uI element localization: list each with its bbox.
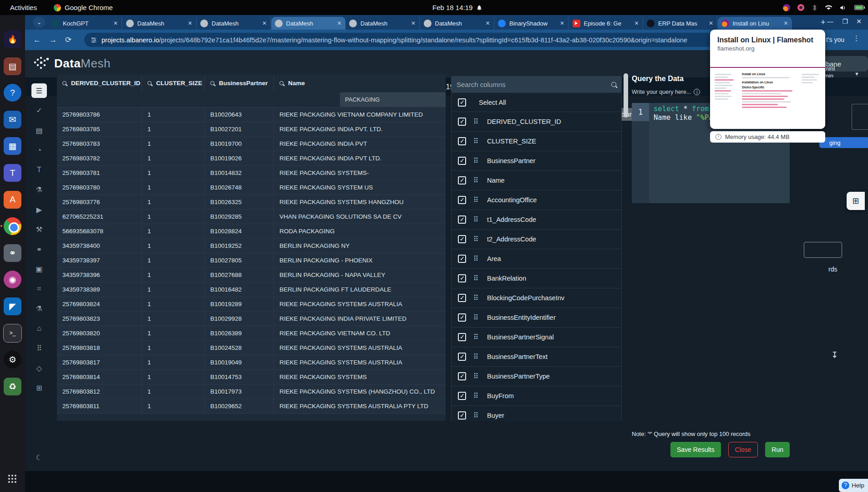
column-item-DERIVED_CLUSTER_ID[interactable]: ⠿DERIVED_CLUSTER_ID — [451, 112, 622, 132]
table-row[interactable]: 257698037821B10019026RIEKE PACKAGING IND… — [57, 151, 446, 166]
browser-tab-2[interactable]: DataMesh✕ — [122, 17, 197, 30]
profile-chip[interactable]: t's you — [826, 36, 844, 43]
stage-chip-fragment[interactable]: ging — [819, 137, 868, 148]
sidebar-users-icon[interactable]: ⚭ — [31, 242, 47, 256]
table-row[interactable]: 343597384001B10019252BERLIN PACKAGING NY — [57, 239, 446, 253]
sidebar-id-badge-icon[interactable]: ▣ — [31, 262, 47, 277]
checkbox-checked[interactable] — [458, 118, 466, 126]
browser-tab-9[interactable]: ERP Data Mas✕ — [643, 17, 717, 30]
checkbox-checked[interactable] — [458, 235, 466, 243]
checkbox-checked[interactable] — [458, 353, 466, 361]
table-row[interactable]: 257698038141B10014753RIEKE PACKAGING SYS… — [57, 370, 446, 384]
sidebar-catalog-book-icon[interactable]: ▤ — [31, 123, 47, 138]
checkbox-checked[interactable] — [458, 372, 466, 380]
drag-handle-icon[interactable]: ⠿ — [473, 313, 481, 322]
checkbox-checked[interactable] — [458, 274, 466, 282]
checkbox-checked[interactable] — [458, 157, 466, 165]
table-row[interactable]: 343597383891B10016482BERLIN PACKAGING FT… — [57, 282, 446, 297]
column-header-BusinessPartner[interactable]: BusinessPartner — [205, 75, 274, 91]
browser-tab-1[interactable]: KochGPT✕ — [48, 17, 122, 30]
drag-handle-icon[interactable]: ⠿ — [473, 411, 481, 420]
browser-tab-10[interactable]: Install on Linu✕ — [718, 17, 792, 30]
dock-item-teams-app[interactable]: T — [4, 164, 21, 182]
tab-close-icon[interactable]: ✕ — [262, 20, 267, 26]
tab-close-icon[interactable]: ✕ — [783, 20, 788, 26]
drag-handle-icon[interactable]: ⠿ — [473, 235, 481, 243]
browser-tab-4[interactable]: DataMesh✕ — [271, 17, 345, 30]
reload-button[interactable]: ⟳ — [65, 35, 71, 45]
checkbox-checked[interactable] — [458, 215, 466, 224]
search-columns-input[interactable]: Search columns — [451, 76, 622, 92]
table-row[interactable]: 257698037851B10027201RIEKE PACKAGING IND… — [57, 122, 446, 137]
close-button[interactable]: Close — [728, 442, 758, 457]
table-row[interactable]: 257698038181B10024528RIEKE PACKAGING SYS… — [57, 341, 446, 355]
tab-close-icon[interactable]: ✕ — [113, 20, 118, 26]
sidebar-quality-diamond-icon[interactable]: ◇ — [31, 361, 47, 375]
table-row[interactable]: 257698038241B10019289RIEKE PACKAGING SYS… — [57, 297, 446, 312]
sidebar-build-tools-icon[interactable]: ⚒ — [31, 222, 47, 237]
sidebar-pie-chart-icon[interactable]: ◔ — [31, 143, 47, 158]
column-item-BusinessPartnerType[interactable]: ⠿BusinessPartnerType — [451, 367, 622, 386]
sidebar-experiments-icon[interactable]: ⚗ — [31, 302, 47, 316]
dock-item-mail-app[interactable]: ✉ — [4, 111, 21, 128]
column-item-BuyFrom[interactable]: ⠿BuyFrom — [451, 386, 622, 406]
checkbox-checked[interactable] — [458, 333, 466, 341]
table-row[interactable]: 257698037801B10026748RIEKE PACKAGING SYS… — [57, 180, 446, 195]
checkbox-checked[interactable] — [458, 411, 466, 420]
drag-handle-icon[interactable]: ⠿ — [473, 372, 481, 380]
browser-tab-3[interactable]: DataMesh✕ — [197, 17, 271, 30]
table-row[interactable]: 6270652252311B10029285VHAN PACKAGING SOL… — [57, 210, 446, 224]
right-input-fragment[interactable] — [804, 242, 842, 258]
table-row[interactable]: 5669356830781B10028824RODA PACKAGING — [57, 224, 446, 239]
column-item-BankRelation[interactable]: ⠿BankRelation — [451, 269, 622, 288]
dock-item-trash[interactable]: ♻ — [4, 378, 21, 395]
system-tray[interactable] — [783, 4, 863, 11]
table-row[interactable]: 343597383971B10027805BERLIN PACKAGING - … — [57, 253, 446, 268]
column-item-CLUSTER_SIZE[interactable]: ⠿CLUSTER_SIZE — [451, 132, 622, 151]
checkbox-checked[interactable] — [458, 255, 466, 263]
column-search-icon[interactable] — [279, 81, 284, 85]
run-button[interactable]: Run — [765, 442, 790, 457]
tab-search-button[interactable]: ⌄ — [33, 17, 45, 28]
save-results-button[interactable]: Save Results — [670, 442, 721, 457]
column-item-BusinessPartnerSignal[interactable]: ⠿BusinessPartnerSignal — [451, 328, 622, 347]
sidebar-storage-box-icon[interactable]: ⊞ — [31, 381, 47, 395]
column-item-BusinessEntityIdentifier[interactable]: ⠿BusinessEntityIdentifier — [451, 308, 622, 328]
checkbox-checked[interactable] — [458, 294, 466, 302]
column-item-AccountingOffice[interactable]: ⠿AccountingOffice — [451, 190, 622, 210]
drag-handle-icon[interactable]: ⠿ — [473, 196, 481, 204]
checkbox-checked[interactable] — [458, 176, 466, 184]
tab-close-icon[interactable]: ✕ — [709, 20, 713, 26]
new-tab-button[interactable]: + — [821, 18, 826, 27]
floating-grid-button[interactable]: ⊞ — [847, 192, 865, 210]
sidebar-media-video-icon[interactable]: ▶ — [31, 202, 47, 217]
sidebar-dark-mode-moon[interactable]: ☾ — [31, 450, 47, 465]
drag-handle-icon[interactable]: ⠿ — [473, 333, 481, 341]
tab-close-icon[interactable]: ✕ — [411, 20, 416, 26]
dock-item-help-app[interactable]: ? — [4, 84, 21, 102]
table-row[interactable]: 257698038231B10029928RIEKE PACKAGING IND… — [57, 312, 446, 326]
flameshot-tray-icon[interactable] — [783, 4, 790, 11]
drag-handle-icon[interactable]: ⠿ — [473, 157, 481, 165]
column-search-icon[interactable] — [62, 81, 66, 85]
focused-app-menu[interactable]: Google Chrome — [54, 4, 113, 11]
forward-button[interactable]: → — [49, 36, 57, 45]
column-item-t2_AddressCode[interactable]: ⠿t2_AddressCode — [451, 230, 622, 249]
scrollbar-thumb[interactable] — [624, 73, 628, 118]
dock-item-people-app[interactable]: ⚭ — [4, 244, 21, 262]
table-row[interactable]: 257698038111B10029652RIEKE PACKAGING SYS… — [57, 399, 446, 414]
account-caret-icon[interactable]: ▼ — [854, 71, 859, 77]
checkbox-checked[interactable] — [458, 137, 466, 145]
drag-handle-icon[interactable]: ⠿ — [473, 176, 481, 184]
table-row[interactable]: 257698037831B10019700RIEKE PACKAGING IND… — [57, 137, 446, 151]
extension-tray-icon[interactable] — [797, 4, 804, 11]
sidebar-lab-flask-icon[interactable]: ⚗ — [31, 183, 47, 197]
tab-close-icon[interactable]: ✕ — [634, 20, 639, 26]
drag-handle-icon[interactable]: ⠿ — [473, 353, 481, 361]
table-row[interactable]: 257698037861B10020643RIEKE PACKAGING VIE… — [57, 108, 446, 122]
clock[interactable]: Feb 18 14:19 — [432, 4, 482, 11]
close-window-button[interactable]: ✕ — [856, 18, 862, 25]
browser-tab-6[interactable]: DataMesh✕ — [420, 17, 494, 30]
sidebar-audit-check-icon[interactable]: ✓ — [31, 103, 47, 118]
column-item-Area[interactable]: ⠿Area — [451, 249, 622, 269]
